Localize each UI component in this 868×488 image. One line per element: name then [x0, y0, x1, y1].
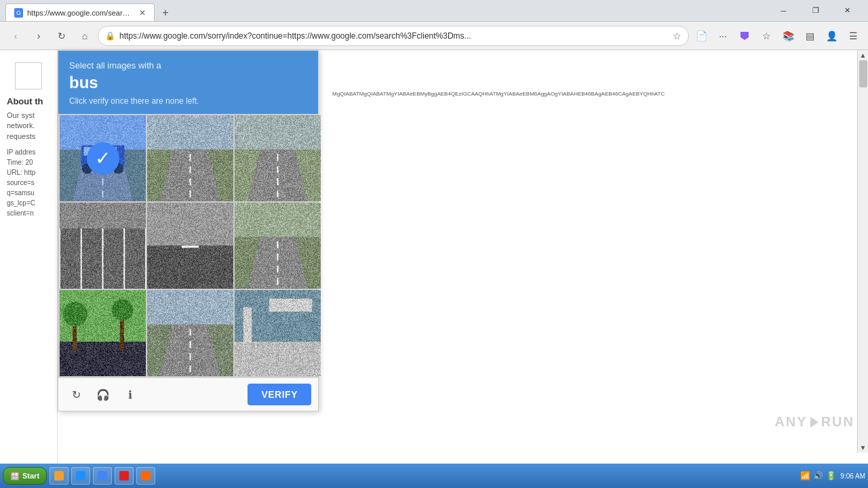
grid-cell-4[interactable]	[147, 203, 233, 289]
taskbar-app-firefox[interactable]	[136, 467, 155, 485]
grid-cell-5[interactable]	[235, 203, 321, 289]
title-bar: G https://www.google.com/search?... ✕ + …	[0, 0, 868, 22]
taskbar: 🪟 Start 📶 🔊 🔋 9:06 AM	[0, 464, 868, 488]
taskbar-right: 📶 🔊 🔋 9:06 AM	[800, 471, 865, 481]
system-clock: 9:06 AM	[840, 472, 865, 481]
tab-favicon: G	[14, 8, 23, 18]
app-icon-firefox	[141, 471, 151, 481]
tray-icon-network: 📶	[800, 471, 810, 481]
captcha-header: Select all images with a bus Click verif…	[58, 51, 318, 114]
grid-cell-3[interactable]	[60, 203, 146, 289]
grid-cell-8[interactable]	[235, 290, 321, 376]
tab-title: https://www.google.com/search?...	[27, 9, 132, 17]
restore-button[interactable]: ❐	[800, 2, 831, 20]
window-controls: ─ ❐ ✕	[768, 2, 863, 20]
info-button[interactable]: ℹ	[119, 384, 141, 405]
app-icon-chrome	[98, 471, 107, 481]
captcha-footer: ↻ 🎧 ℹ VERIFY	[58, 378, 318, 411]
library-icon[interactable]: 📚	[778, 26, 797, 45]
tray-icon-battery: 🔋	[826, 471, 836, 481]
taskbar-app-chrome[interactable]	[93, 467, 112, 485]
address-bar[interactable]: 🔒 https://www.google.com/sorry/index?con…	[98, 26, 689, 46]
verify-button[interactable]: VERIFY	[248, 384, 311, 405]
content-area: About th Our systnetwork.requests IP add…	[0, 50, 868, 464]
url-text: https://www.google.com/sorry/index?conti…	[119, 31, 666, 41]
audio-button[interactable]: 🎧	[92, 384, 114, 405]
scroll-up-arrow[interactable]: ▲	[860, 52, 867, 59]
pocket-icon[interactable]	[735, 26, 754, 45]
captcha-instruction-prefix: Select all images with a	[69, 60, 307, 70]
bookmark-star-icon[interactable]: ☆	[673, 30, 682, 41]
body-text: Our systnetwork.requests	[7, 110, 50, 142]
nav-right-icons: 📄 ··· ☆	[692, 26, 776, 45]
url-overflow-text: MgQIABATMgQIABATMgYIABAeEBMyBggAEB4QEzIG…	[332, 91, 868, 97]
taskbar-app-ie[interactable]	[71, 467, 90, 485]
anyrun-run-text: RUN	[821, 414, 854, 430]
user-account-icon[interactable]: 👤	[822, 26, 841, 45]
home-button[interactable]: ⌂	[75, 26, 95, 46]
grid-cell-6[interactable]	[60, 290, 146, 376]
refresh-images-button[interactable]: ↻	[65, 384, 87, 405]
sidebar-toggle-icon[interactable]: ▤	[800, 26, 819, 45]
start-icon: 🪟	[10, 472, 20, 481]
anyrun-arrow-icon	[810, 417, 818, 428]
close-button[interactable]: ✕	[832, 2, 863, 20]
app-icon-ie	[76, 471, 85, 481]
ip-info: IP addresTime: 20URL: httpsource=sq=sams…	[7, 147, 50, 218]
anyrun-text: ANY	[774, 414, 807, 430]
taskbar-app-avast[interactable]	[115, 467, 134, 485]
menu-icon[interactable]: ☰	[844, 26, 863, 45]
grid-cell-1[interactable]	[147, 115, 233, 201]
grid-cell-2[interactable]	[235, 115, 321, 201]
captcha-target-word: bus	[69, 73, 307, 92]
navigation-bar: ‹ › ↻ ⌂ 🔒 https://www.google.com/sorry/i…	[0, 22, 868, 50]
checkbox-area	[15, 62, 42, 89]
reader-view-icon[interactable]: 📄	[692, 26, 711, 45]
captcha-hint: Click verify once there are none left.	[69, 96, 307, 106]
back-button[interactable]: ‹	[5, 26, 26, 46]
tab-close-button[interactable]: ✕	[139, 8, 146, 18]
vertical-scrollbar[interactable]: ▲ ▼	[857, 50, 868, 453]
start-label: Start	[22, 472, 39, 480]
tab-bar: G https://www.google.com/search?... ✕ +	[5, 0, 768, 21]
left-panel: About th Our systnetwork.requests IP add…	[0, 50, 58, 464]
app-icon-explorer	[54, 471, 64, 481]
taskbar-app-explorer[interactable]	[50, 467, 68, 485]
start-button[interactable]: 🪟 Start	[3, 467, 47, 485]
more-options-icon[interactable]: ···	[713, 26, 732, 45]
tray-icon-sound: 🔊	[813, 471, 823, 481]
star-icon[interactable]: ☆	[757, 26, 776, 45]
new-tab-button[interactable]: +	[157, 5, 174, 21]
refresh-button[interactable]: ↻	[52, 26, 72, 46]
check-mark-0: ✓	[87, 142, 119, 175]
scroll-thumb[interactable]	[859, 60, 867, 87]
forward-button[interactable]: ›	[28, 26, 49, 46]
grid-cell-0[interactable]: ✓	[60, 115, 146, 201]
active-tab[interactable]: G https://www.google.com/search?... ✕	[5, 3, 155, 21]
about-heading: About th	[7, 96, 50, 106]
image-grid: ✓	[58, 114, 318, 378]
tray-icons: 📶 🔊 🔋	[800, 471, 836, 481]
grid-cell-7[interactable]	[147, 290, 233, 376]
secure-icon: 🔒	[105, 31, 115, 41]
minimize-button[interactable]: ─	[768, 2, 799, 20]
app-icon-avast	[119, 471, 129, 481]
captcha-widget: Select all images with a bus Click verif…	[58, 50, 319, 411]
scroll-down-arrow[interactable]: ▼	[860, 444, 867, 451]
footer-icons: ↻ 🎧 ℹ	[65, 384, 141, 405]
anyrun-watermark: ANY RUN	[774, 414, 854, 430]
